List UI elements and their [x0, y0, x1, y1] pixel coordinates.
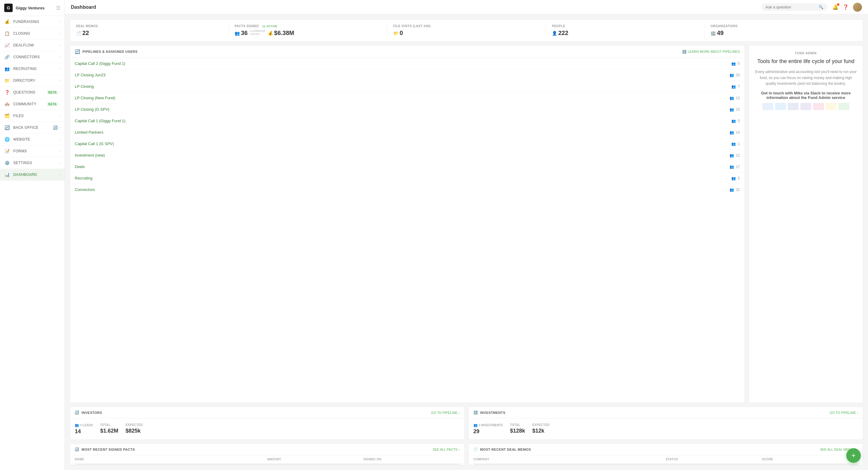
sidebar-item-website[interactable]: 🌐 WEBSITE ›	[0, 134, 65, 146]
learn-more-pipelines[interactable]: ℹ️ LEARN MORE ABOUT PIPELINES	[682, 50, 740, 54]
sidebar-item-back-office[interactable]: 🔄 BACK OFFICE 🔄 ›	[0, 122, 65, 134]
investors-title: 🔄 INVESTORS	[75, 411, 102, 414]
pacts-label: PACTS SIGNED 11 ACTIVE	[235, 25, 381, 28]
sidebar-item-fundraising[interactable]: 💰 FUNDRAISING ›	[0, 16, 65, 28]
search-input[interactable]	[766, 5, 816, 9]
sidebar-item-dealflow[interactable]: 📈 DEALFLOW ›	[0, 39, 65, 51]
pipeline-users-icon: 👥	[732, 62, 736, 66]
investments-pipeline-link[interactable]: GO TO PIPELINE ›	[830, 411, 858, 414]
notification-badge	[837, 3, 839, 6]
pipeline-users-icon: 👥	[730, 130, 734, 134]
pipeline-item[interactable]: Capital Call 1 (Giggy Fund 1) 👥 5	[70, 115, 745, 127]
pipelines-panel: 🔄 PIPELINES & ASSIGNED USERS ℹ️ LEARN MO…	[70, 45, 745, 403]
sidebar-item-connectors[interactable]: 🔗 CONNECTORS ›	[0, 51, 65, 63]
user-avatar[interactable]	[853, 3, 862, 12]
pipeline-users-icon: 👥	[732, 119, 736, 123]
pipelines-icon: 🔄	[75, 49, 80, 54]
stat-people: PEOPLE 👤 222	[546, 23, 705, 38]
sidebar-item-questions[interactable]: ❓ QUESTIONS BETA ›	[0, 87, 65, 98]
search-bar: 🔍	[761, 3, 828, 11]
topbar: Dashboard 🔍 🔔 ❓	[65, 0, 868, 14]
pipeline-users-icon: 👥	[730, 165, 734, 169]
memos-col-company: COMPANY	[473, 458, 666, 461]
pipeline-count: 👥 15	[730, 107, 740, 112]
pipeline-count: 👥 17	[730, 165, 740, 169]
pipeline-item[interactable]: LP Closing 👥 7	[70, 81, 745, 92]
settings-arrow: ›	[59, 161, 60, 165]
stat-file-visits: FILE VISITS (last 24h) 📁 0	[387, 23, 546, 38]
sidebar-label-dashboard: DASHBOARD	[13, 173, 59, 177]
community-badge: BETA	[47, 102, 58, 106]
investments-total-value: $128k	[510, 428, 525, 434]
sidebar-item-dashboard[interactable]: 📊 DASHBOARD ›	[0, 169, 65, 181]
pipeline-users-icon: 👥	[732, 142, 736, 146]
questions-icon: ❓	[4, 89, 10, 95]
help-icon[interactable]: ❓	[843, 4, 849, 10]
sidebar-item-closing[interactable]: 📋 CLOSING ›	[0, 28, 65, 39]
deal-memos-icon: 📄	[76, 31, 81, 36]
investors-total: TOTAL $1.62M	[100, 423, 118, 435]
notifications-icon[interactable]: 🔔	[832, 4, 838, 10]
organizations-value: 🏢 49	[711, 30, 857, 36]
page-title: Dashboard	[71, 4, 756, 10]
pipeline-item[interactable]: Recruiting 👥 5	[70, 173, 745, 184]
pipeline-name: Connectors	[75, 187, 95, 192]
pacts-value: 👥 36	[235, 30, 248, 36]
sidebar-label-questions: QUESTIONS	[13, 90, 47, 94]
sidebar-item-directory[interactable]: 📁 DIRECTORY ›	[0, 75, 65, 87]
sidebar-item-forms[interactable]: 📝 FORMS ›	[0, 146, 65, 157]
pipeline-item[interactable]: LP Closing (G SPV) 👥 15	[70, 104, 745, 115]
sidebar-item-settings[interactable]: ⚙️ SETTINGS ›	[0, 157, 65, 169]
deal-memos-header: 📄 MOST RECENT DEAL MEMOS SEE ALL DEAL ME…	[469, 444, 863, 455]
pipeline-count-value: 5	[738, 119, 740, 123]
pipeline-list: Capital Call 2 (Giggy Fund 1) 👥 5 LP Clo…	[70, 58, 745, 195]
pipeline-item[interactable]: LP Closing (New Fund) 👥 13	[70, 92, 745, 104]
directory-arrow: ›	[59, 79, 60, 83]
pipeline-item[interactable]: LP Closing Jun23 👥 33	[70, 69, 745, 81]
sidebar-item-files[interactable]: 🗂️ FILES ›	[0, 110, 65, 122]
community-icon: 🏘️	[4, 101, 10, 107]
sidebar-label-closing: CLOSING	[13, 31, 59, 36]
partner-logo-6	[826, 103, 837, 110]
pipeline-count-value: 13	[736, 96, 740, 100]
fund-admin-panel: FUND ADMIN Tools for the entire life cyc…	[749, 45, 863, 403]
pipeline-count: 👥 33	[730, 73, 740, 77]
website-arrow: ›	[59, 137, 60, 142]
pipeline-name: LP Closing (G SPV)	[75, 107, 110, 112]
investors-expected-value: $825k	[125, 428, 143, 434]
back-office-arrow: ›	[59, 125, 60, 130]
sidebar-item-community[interactable]: 🏘️ COMMUNITY BETA ›	[0, 98, 65, 110]
partner-logo-4	[801, 103, 811, 110]
deal-memos-title: 📄 MOST RECENT DEAL MEMOS	[473, 447, 531, 451]
pipeline-item[interactable]: Investment (new) 👥 12	[70, 150, 745, 161]
recruiting-arrow: ›	[59, 67, 60, 71]
see-all-pacts-link[interactable]: SEE ALL PACTS ›	[433, 448, 459, 451]
topbar-actions: 🔔 ❓	[832, 3, 862, 12]
pipeline-name: Capital Call 2 (Giggy Fund 1)	[75, 61, 125, 66]
file-visits-label: FILE VISITS (last 24h)	[393, 25, 539, 28]
pipeline-item[interactable]: Deals 👥 17	[70, 161, 745, 173]
memos-col-score: SCORE	[762, 458, 858, 461]
pipeline-item[interactable]: Connectors 👥 32	[70, 184, 745, 195]
pipeline-item[interactable]: Capital Call 1 (G SPV) 👥 1	[70, 138, 745, 150]
learn-more-icon: ℹ️	[682, 50, 686, 54]
pipeline-users-icon: 👥	[730, 107, 734, 112]
investments-count-value: 29	[473, 428, 503, 435]
pacts-icon: 👥	[235, 31, 240, 36]
stat-pacts-signed: PACTS SIGNED 11 ACTIVE 👥 36 4 APPROVE 4 …	[228, 23, 387, 38]
sidebar-label-community: COMMUNITY	[13, 102, 47, 106]
pipeline-count-value: 5	[738, 62, 740, 66]
investors-pipeline-link[interactable]: GO TO PIPELINE ›	[431, 411, 459, 414]
fab-button[interactable]: +	[846, 448, 861, 463]
app-logo[interactable]: G	[4, 4, 13, 12]
investors-leads-value: 14	[75, 428, 93, 435]
questions-badge: BETA	[47, 91, 58, 94]
fund-admin-highlight: Get in touch with Mike via Slack to rece…	[755, 91, 857, 100]
sidebar-label-connectors: CONNECTORS	[13, 55, 59, 59]
investors-metrics: 👥 # LEADS 14 TOTAL $1.62M EXPECTED $825k	[70, 418, 464, 440]
pipeline-count-value: 17	[736, 165, 740, 169]
pipeline-item[interactable]: Limited Partners 👥 14	[70, 127, 745, 138]
sidebar-item-recruiting[interactable]: 👥 RECRUITING ›	[0, 63, 65, 75]
sidebar-toggle[interactable]: ☰	[56, 5, 60, 11]
pipeline-item[interactable]: Capital Call 2 (Giggy Fund 1) 👥 5	[70, 58, 745, 69]
